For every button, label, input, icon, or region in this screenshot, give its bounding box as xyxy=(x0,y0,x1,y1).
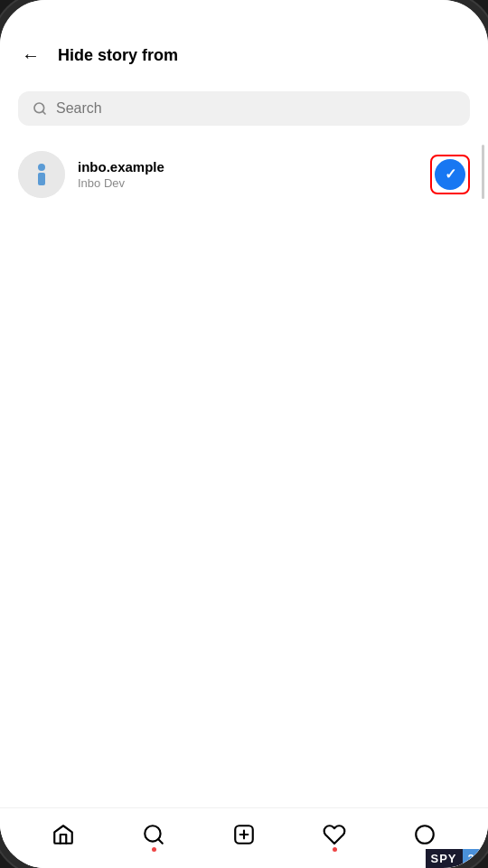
bottom-nav xyxy=(0,807,488,868)
add-nav-icon xyxy=(232,823,256,846)
watermark: SPY 24 xyxy=(426,849,488,868)
page-title: Hide story from xyxy=(58,46,178,65)
user-name: inbo.example xyxy=(78,159,418,175)
nav-home[interactable] xyxy=(44,819,82,850)
home-icon xyxy=(52,823,75,846)
search-container xyxy=(0,84,488,140)
svg-point-3 xyxy=(38,164,45,171)
svg-rect-4 xyxy=(38,173,45,185)
back-button[interactable]: ← xyxy=(18,42,43,70)
search-icon xyxy=(33,101,47,116)
header: ← Hide story from xyxy=(0,27,488,84)
watermark-24: 24 xyxy=(463,849,488,868)
select-indicator[interactable]: ✓ xyxy=(430,155,470,194)
user-info: inbo.example Inbo Dev xyxy=(78,159,418,190)
svg-line-1 xyxy=(42,111,45,114)
user-handle: Inbo Dev xyxy=(78,176,418,190)
nav-add[interactable] xyxy=(225,819,263,850)
back-icon: ← xyxy=(22,45,40,66)
nav-dot xyxy=(333,847,337,852)
checkmark-icon: ✓ xyxy=(445,167,456,182)
search-input[interactable] xyxy=(56,100,455,117)
nav-activity[interactable] xyxy=(315,819,353,850)
list-item[interactable]: inbo.example Inbo Dev ✓ xyxy=(14,140,474,209)
svg-line-6 xyxy=(158,839,163,844)
nav-profile[interactable] xyxy=(406,819,444,850)
profile-nav-icon xyxy=(413,823,436,846)
heart-nav-icon xyxy=(323,823,346,846)
watermark-spy: SPY xyxy=(426,849,463,868)
search-bar[interactable] xyxy=(18,91,470,126)
nav-search[interactable] xyxy=(135,819,173,850)
user-list: inbo.example Inbo Dev ✓ xyxy=(0,140,488,807)
phone-content: ← Hide story from xyxy=(0,0,488,868)
scroll-indicator xyxy=(482,145,484,199)
phone-frame: ← Hide story from xyxy=(0,0,488,868)
check-circle: ✓ xyxy=(435,159,465,190)
svg-point-10 xyxy=(416,826,434,844)
avatar xyxy=(18,151,65,198)
search-nav-icon xyxy=(142,823,165,846)
nav-dot xyxy=(152,847,156,852)
